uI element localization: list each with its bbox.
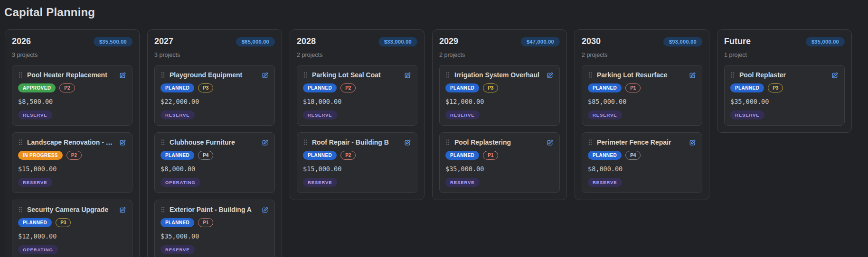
column-card-list: Pool Heater Replacement APPROVED P2 $8,5… xyxy=(12,65,132,257)
project-card[interactable]: Pool Replaster PLANNED P3 $35,000.00 RES… xyxy=(724,65,845,126)
status-badge: APPROVED xyxy=(18,83,56,92)
project-card[interactable]: Security Camera Upgrade PLANNED P3 $12,0… xyxy=(12,200,132,257)
column-header: 2030 $93,000.00 xyxy=(582,37,702,46)
project-title: Landscape Renovation - Pha... xyxy=(27,138,115,146)
edit-project-button[interactable] xyxy=(547,72,554,79)
status-badge: PLANNED xyxy=(303,151,337,160)
column-project-count: 2 projects xyxy=(582,52,702,58)
drag-handle-icon[interactable] xyxy=(445,71,450,79)
column-total-badge: $33,000.00 xyxy=(378,37,417,46)
column-project-count: 2 projects xyxy=(297,52,417,58)
edit-project-button[interactable] xyxy=(404,139,411,146)
project-card[interactable]: Pool Heater Replacement APPROVED P2 $8,5… xyxy=(12,65,132,126)
drag-handle-icon[interactable] xyxy=(18,138,23,146)
project-card[interactable]: Pool Replastering PLANNED P1 $35,000.00 … xyxy=(439,132,560,193)
drag-handle-icon[interactable] xyxy=(730,71,735,79)
priority-badge: P1 xyxy=(625,83,641,92)
priority-badge: P1 xyxy=(483,151,498,160)
project-card-header: Parking Lot Seal Coat xyxy=(303,71,411,79)
edit-project-button[interactable] xyxy=(547,139,554,146)
year-column: 2030 $93,000.00 2 projects Parking Lot R… xyxy=(575,29,709,200)
edit-project-button[interactable] xyxy=(262,206,269,213)
project-title: Pool Heater Replacement xyxy=(27,71,115,79)
priority-badge: P2 xyxy=(340,151,356,160)
priority-badge: P4 xyxy=(625,151,641,160)
funding-source-badge: RESERVE xyxy=(303,178,337,187)
edit-pencil-icon xyxy=(262,206,269,213)
project-card[interactable]: Parking Lot Seal Coat PLANNED P2 $18,000… xyxy=(297,65,417,126)
project-amount: $8,000.00 xyxy=(588,165,696,173)
project-card[interactable]: Parking Lot Resurface PLANNED P1 $85,000… xyxy=(582,65,702,126)
drag-handle-icon[interactable] xyxy=(588,138,593,146)
project-card-header: Pool Replastering xyxy=(445,138,554,146)
drag-handle-icon[interactable] xyxy=(588,71,593,79)
project-title: Clubhouse Furniture xyxy=(170,138,257,146)
project-card-header: Pool Heater Replacement xyxy=(18,71,126,79)
funding-source-badge: OPERATING xyxy=(160,178,200,187)
priority-badge: P2 xyxy=(340,83,356,92)
edit-project-button[interactable] xyxy=(404,72,411,79)
project-amount: $85,000.00 xyxy=(588,98,696,105)
project-badges: PLANNED P4 xyxy=(160,151,269,160)
edit-project-button[interactable] xyxy=(831,72,839,79)
drag-handle-icon[interactable] xyxy=(160,206,165,213)
edit-project-button[interactable] xyxy=(262,72,269,79)
project-card-header: Playground Equipment xyxy=(160,71,269,79)
edit-project-button[interactable] xyxy=(689,139,696,146)
edit-pencil-icon xyxy=(404,72,411,79)
edit-project-button[interactable] xyxy=(262,139,269,146)
drag-handle-icon[interactable] xyxy=(303,71,308,79)
priority-badge: P3 xyxy=(56,218,71,227)
project-amount: $12,000.00 xyxy=(18,232,126,240)
drag-handle-icon[interactable] xyxy=(160,71,165,79)
edit-pencil-icon xyxy=(119,139,126,146)
year-column: 2026 $35,500.00 3 projects Pool Heater R… xyxy=(5,29,140,257)
project-badges: PLANNED P2 xyxy=(303,83,411,92)
edit-project-button[interactable] xyxy=(119,139,126,146)
project-amount: $35,000.00 xyxy=(730,98,839,105)
project-card[interactable]: Irrigation System Overhaul PLANNED P3 $1… xyxy=(439,65,560,126)
priority-badge: P4 xyxy=(198,151,213,160)
project-card[interactable]: Playground Equipment PLANNED P3 $22,000.… xyxy=(154,65,275,126)
drag-handle-icon[interactable] xyxy=(18,206,23,213)
project-card[interactable]: Exterior Paint - Building A PLANNED P1 $… xyxy=(154,200,275,257)
status-badge: PLANNED xyxy=(445,83,479,92)
project-badges: PLANNED P2 xyxy=(303,151,411,160)
edit-pencil-icon xyxy=(262,72,269,79)
project-badges: PLANNED P3 xyxy=(160,83,269,92)
year-column: Future $35,000.00 1 project Pool Replast… xyxy=(717,29,852,133)
funding-source-badge: RESERVE xyxy=(588,178,622,187)
project-card-header: Irrigation System Overhaul xyxy=(445,71,554,79)
project-card-header: Security Camera Upgrade xyxy=(18,206,126,213)
column-header: 2028 $33,000.00 xyxy=(297,37,417,46)
drag-handle-icon[interactable] xyxy=(160,138,165,146)
status-badge: PLANNED xyxy=(18,218,52,227)
project-card[interactable]: Landscape Renovation - Pha... IN PROGRES… xyxy=(12,132,132,193)
project-card[interactable]: Perimeter Fence Repair PLANNED P4 $8,000… xyxy=(582,132,702,193)
edit-pencil-icon xyxy=(689,72,696,79)
project-title: Irrigation System Overhaul xyxy=(454,71,542,79)
project-badges: PLANNED P3 xyxy=(18,218,126,227)
edit-project-button[interactable] xyxy=(689,72,696,79)
column-year-label: 2026 xyxy=(12,37,31,46)
drag-handle-icon[interactable] xyxy=(445,138,450,146)
column-total-badge: $35,000.00 xyxy=(806,37,845,46)
column-year-label: 2030 xyxy=(582,37,601,46)
priority-badge: P3 xyxy=(198,83,213,92)
project-title: Perimeter Fence Repair xyxy=(597,138,685,146)
column-card-list: Pool Replaster PLANNED P3 $35,000.00 RES… xyxy=(724,65,845,126)
project-card[interactable]: Roof Repair - Building B PLANNED P2 $15,… xyxy=(297,132,417,193)
project-card-header: Landscape Renovation - Pha... xyxy=(18,138,126,146)
priority-badge: P1 xyxy=(198,218,213,227)
year-column: 2027 $65,000.00 3 projects Playground Eq… xyxy=(147,29,282,257)
project-card[interactable]: Clubhouse Furniture PLANNED P4 $8,000.00… xyxy=(154,132,275,193)
drag-handle-icon[interactable] xyxy=(303,138,308,146)
edit-project-button[interactable] xyxy=(119,72,126,79)
project-badges: APPROVED P2 xyxy=(18,83,126,92)
project-badges: PLANNED P1 xyxy=(160,218,269,227)
column-total-badge: $93,000.00 xyxy=(663,37,702,46)
column-header: 2029 $47,000.00 xyxy=(439,37,560,46)
project-card-header: Pool Replaster xyxy=(730,71,839,79)
edit-project-button[interactable] xyxy=(119,206,126,213)
drag-handle-icon[interactable] xyxy=(18,71,23,79)
